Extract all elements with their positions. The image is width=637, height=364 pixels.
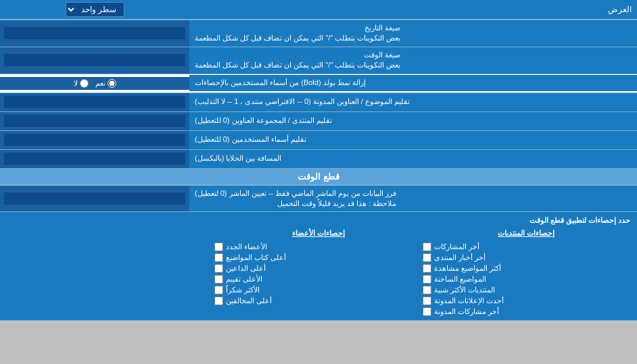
member-stat-checkbox-5[interactable] [214,296,223,305]
usernames-trim-input[interactable]: 0 [4,134,185,146]
time-format-input-area: H:i [0,47,189,74]
bold-no-option[interactable]: لا [74,79,89,88]
forum-stat-item-0: أخر المشاركات [423,242,630,251]
main-container: العرض سطر واحد صيغة التاريخ بعض التكوينا… [0,0,637,321]
time-format-label: صيغة الوقت بعض التكوينات يتطلب "/" التي … [189,47,637,74]
checkboxes-section: حدد إحصاءات لتطبيق قطع الوقت إحصاءات الم… [0,212,637,321]
member-stat-checkbox-1[interactable] [214,253,223,262]
forum-stat-checkbox-4[interactable] [423,286,431,294]
cell-spacing-input[interactable]: 2 [4,153,185,165]
bold-yes-option[interactable]: نعم [95,79,116,88]
display-select-area: سطر واحد [0,0,189,19]
time-cut-section-header: قطع الوقت [0,169,637,186]
date-format-input[interactable]: d-m [4,27,185,39]
member-stat-item-5: أعلى المخالفين [214,296,422,305]
topics-titles-input-area: 33 [0,93,189,111]
forum-stat-checkbox-1[interactable] [423,253,431,262]
cell-spacing-input-area: 2 [0,150,189,168]
cell-spacing-row: المسافة بين الخلايا (بالبكسل) 2 [0,150,637,169]
time-cut-row: فرز البيانات من يوم الماشر الماضي فقط --… [0,186,637,213]
time-format-row: صيغة الوقت بعض التكوينات يتطلب "/" التي … [0,47,637,74]
bold-removal-row: إزالة نمط بولد (Bold) من أسماء المستخدمي… [0,74,637,93]
forum-titles-label: تقليم المنتدى / المجموعة العناوين (0 للت… [189,112,637,130]
bold-removal-label: إزالة نمط بولد (Bold) من أسماء المستخدمي… [189,75,637,90]
forum-stat-checkbox-3[interactable] [423,275,431,284]
usernames-trim-input-area: 0 [0,131,189,149]
forum-stat-item-2: أكثر المواضيع مشاهدة [423,264,630,273]
forum-stat-checkbox-2[interactable] [423,264,431,273]
member-stat-checkbox-3[interactable] [214,275,223,284]
forum-stats-header: إحصاءات المنتديات [423,229,630,238]
time-format-input[interactable]: H:i [4,54,185,66]
topics-titles-label: تقليم الموضوع / العناوين المدونة (0 -- ا… [189,93,637,111]
member-stat-item-2: أعلى الداعين [214,264,422,273]
time-cut-input[interactable]: 0 [4,192,185,205]
member-stat-item-1: أعلى كتاب المواضيع [214,253,422,262]
display-label: العرض [189,2,637,17]
forum-titles-input[interactable]: 33 [4,115,185,127]
member-stat-item-0: الأعضاء الجدد [214,242,422,251]
date-format-input-area: d-m [0,20,189,47]
member-stat-checkbox-0[interactable] [214,242,223,251]
bold-removal-radio-area: نعم لا [0,77,189,90]
forum-stat-item-3: المواضيع الساخنة [423,275,630,284]
checkbox-columns: إحصاءات المنتديات أخر المشاركات أخر أخبا… [7,229,630,316]
checkboxes-section-title: حدد إحصاءات لتطبيق قطع الوقت [7,216,630,225]
display-row: العرض سطر واحد [0,0,637,20]
forum-stat-checkbox-6[interactable] [423,307,431,316]
member-stats-col: إحصاءات الأعضاء الأعضاء الجدد أعلى كتاب … [214,229,422,316]
date-format-row: صيغة التاريخ بعض التكوينات يتطلب "/" الت… [0,20,637,47]
member-stats-header: إحصاءات الأعضاء [214,229,422,238]
member-stat-item-3: الأعلى تقييم [214,275,422,284]
forum-stats-col: إحصاءات المنتديات أخر المشاركات أخر أخبا… [423,229,630,316]
usernames-trim-label: تقليم أسماء المستخدمين (0 للتعطيل) [189,131,637,149]
member-stat-checkbox-2[interactable] [214,264,223,273]
forum-stat-item-5: أحدث الإعلانات المدونة [423,296,630,305]
empty-col [7,229,214,316]
forum-stat-checkbox-5[interactable] [423,296,431,305]
usernames-trim-row: تقليم أسماء المستخدمين (0 للتعطيل) 0 [0,131,637,150]
cell-spacing-label: المسافة بين الخلايا (بالبكسل) [189,150,637,168]
forum-stat-checkbox-0[interactable] [423,242,431,251]
forum-stat-item-6: أخر مشاركات المدونة [423,307,630,316]
forum-stat-item-4: المنتديات الأكثر شبية [423,286,630,294]
member-stat-item-4: الأكثر شكراً [214,286,422,294]
time-cut-label: فرز البيانات من يوم الماشر الماضي فقط --… [189,186,637,212]
forum-titles-input-area: 33 [0,112,189,130]
time-cut-title: قطع الوقت [0,169,637,185]
forum-titles-row: تقليم المنتدى / المجموعة العناوين (0 للت… [0,112,637,131]
time-cut-input-area: 0 [0,186,189,212]
date-format-label: صيغة التاريخ بعض التكوينات يتطلب "/" الت… [189,20,637,47]
forum-stat-item-1: أخر أخبار المنتدى [423,253,630,262]
member-stat-checkbox-4[interactable] [214,286,223,294]
topics-titles-input[interactable]: 33 [4,96,185,108]
topics-titles-row: تقليم الموضوع / العناوين المدونة (0 -- ا… [0,93,637,112]
display-select[interactable]: سطر واحد [66,2,124,17]
